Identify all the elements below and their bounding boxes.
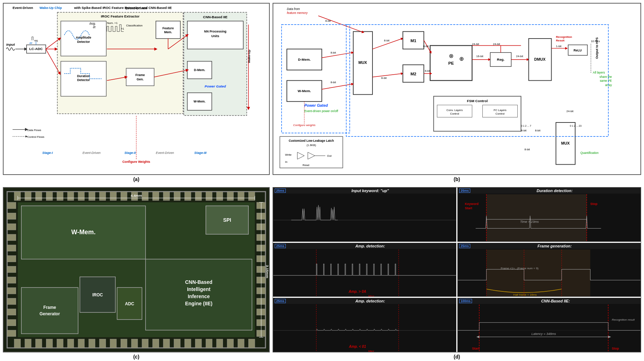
latch-out: Out xyxy=(327,154,332,157)
frame-gen-label2: Gen. xyxy=(137,77,144,81)
bottom-pads xyxy=(14,339,255,348)
svg-rect-19 xyxy=(206,192,212,201)
iroc-chip-label: IROC xyxy=(92,292,103,297)
pb-power-gated: Power Gated xyxy=(304,103,328,107)
svg-rect-52 xyxy=(7,256,16,262)
latch-write1: Write xyxy=(285,153,291,156)
all-layers-label: All layers xyxy=(593,71,605,74)
panel-d-wrapper: 25ms Input keyword: "up" 8 CH1 1.52V -10… xyxy=(271,186,644,361)
panel-b-wrapper: Data from feature memory D-Mem. W-Mem. C… xyxy=(271,0,644,186)
dmux-label: DMUX xyxy=(534,57,546,61)
svg-rect-49 xyxy=(7,224,16,230)
8bit-bot-1: 8-bit xyxy=(521,129,527,132)
input-label: Input xyxy=(6,42,15,46)
svg-rect-58 xyxy=(7,320,16,326)
pb-config-label: Configure weights xyxy=(293,124,316,127)
frame-gen-chip-label2: Generator xyxy=(40,311,60,316)
d2-waveform: Keyword Start Stop Time > 23ms 8 CH1 1.5… xyxy=(458,194,640,242)
latch-title-label: Customized Low-Leakage Latch xyxy=(289,139,334,142)
svg-rect-35 xyxy=(131,339,138,348)
dur-detector-label: Duration xyxy=(77,74,90,78)
24bit-reg: 24-bit xyxy=(516,55,523,58)
all-layers-label3: same PE xyxy=(600,79,612,82)
osc-d4: 25ms Frame generation: Frame <1>...(Fram… xyxy=(457,243,641,297)
8bit-label-1: 8-bit xyxy=(330,51,336,54)
svg-rect-4 xyxy=(46,192,52,201)
svg-rect-39 xyxy=(174,339,180,348)
cnn-chip-label2: Intelligent xyxy=(187,286,211,292)
dmem-to-mux xyxy=(322,52,353,58)
stage-ii-label: Stage-II xyxy=(125,151,136,155)
svg-rect-43 xyxy=(217,339,223,348)
wakeup-label: Wake-Up xyxy=(247,50,251,63)
configure-weights-label: Configure Weights xyxy=(122,160,150,164)
data-from-label: Data from xyxy=(287,7,300,11)
nn-proc-label2: Units xyxy=(211,34,219,38)
svg-rect-17 xyxy=(184,192,191,201)
dsig-label: ∂sig. xyxy=(90,22,96,25)
mux-label: MUX xyxy=(359,60,367,65)
fc-ctrl-label: FC Layers xyxy=(493,109,506,112)
osc-d1: 25ms Input keyword: "up" 8 CH1 1.52V -10… xyxy=(273,187,456,242)
svg-rect-11 xyxy=(121,192,127,201)
reg-label: Reg. xyxy=(497,57,504,61)
svg-rect-55 xyxy=(7,287,16,294)
svg-rect-57 xyxy=(7,309,16,315)
svg-rect-1 xyxy=(14,192,21,201)
feature-mem-label2: Mem. xyxy=(164,30,172,34)
d4-time: 25ms xyxy=(459,244,470,248)
wmem-to-mux xyxy=(322,84,353,89)
latch-size-label: (1.6KB) xyxy=(306,144,316,147)
d2-time-label: Time > 23ms xyxy=(520,220,539,224)
svg-rect-48 xyxy=(7,213,16,219)
d1-waveform: 8 CH1 1.52V -10Hz xyxy=(273,194,456,242)
svg-rect-46 xyxy=(248,339,255,348)
svg-rect-3 xyxy=(36,192,42,201)
svg-rect-56 xyxy=(7,298,16,305)
relu-label: ReLU xyxy=(573,49,582,52)
add-symbol: ⊕ xyxy=(459,56,464,62)
svg-rect-16 xyxy=(174,192,180,201)
height-dim-label: 3.15mm xyxy=(265,265,269,278)
conv-ctrl-label2: Control xyxy=(450,112,459,115)
osc-d6: 100ms CNN-Based IIE: Start Stop xyxy=(457,298,641,352)
panel-d-label: (d) xyxy=(273,354,641,360)
d2-title: Duration detection: xyxy=(470,189,639,193)
iroc-title: IROC Feature Extractor xyxy=(101,14,140,18)
svg-rect-5 xyxy=(57,192,63,201)
svg-rect-44 xyxy=(227,339,234,348)
svg-rect-20 xyxy=(217,192,223,201)
power-gated-label: Power Gated xyxy=(204,84,226,88)
24bit-label-1: 24-bit xyxy=(472,42,479,46)
input-signal xyxy=(6,47,15,50)
ctrl-flows-label: Control Flows xyxy=(27,135,44,139)
conv-ctrl-label: Conv. Layers xyxy=(446,109,463,112)
8bit-label-2: 8-bit xyxy=(330,81,336,84)
recog-result-label: Recognition xyxy=(556,35,572,39)
d5-title: Amp. detection: xyxy=(286,299,455,303)
svg-rect-28 xyxy=(57,339,63,348)
svg-rect-36 xyxy=(142,339,148,348)
left-gated-border xyxy=(282,25,350,133)
mult-symbol: ⊗ xyxy=(449,53,453,59)
m1-label: M1 xyxy=(410,38,416,43)
plus1-label: +1 xyxy=(121,27,124,30)
8bit-m2-pe: 8-bit xyxy=(425,69,431,72)
8bit-mux-m1: 8-bit xyxy=(384,39,390,42)
svg-rect-32 xyxy=(100,339,106,348)
svg-rect-51 xyxy=(7,245,16,251)
all-layers-label2: share the xyxy=(599,75,612,79)
fc-ctrl-label2: Control xyxy=(496,112,504,115)
from-feature-arrow xyxy=(318,16,363,32)
8bit-mux-m2: 8-bit xyxy=(381,76,387,80)
frame-gen-chip-label: Frame xyxy=(43,305,56,310)
d3-amp-label: Amp. > 0A xyxy=(348,289,366,293)
svg-rect-73 xyxy=(273,194,456,242)
frame-gen-box xyxy=(126,68,154,86)
num-label: Num. +1 xyxy=(107,21,118,25)
svg-rect-15 xyxy=(163,192,170,201)
d6-latency-label: Latency = 348ms xyxy=(531,332,556,336)
8bit-bot-2: 8-bit xyxy=(535,129,541,132)
svg-rect-27 xyxy=(46,339,52,348)
svg-rect-6 xyxy=(67,192,74,201)
